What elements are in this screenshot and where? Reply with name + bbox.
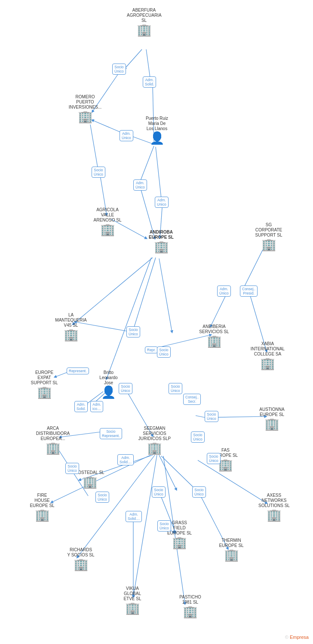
badge-adm-solid-1[interactable]: Adm.Solid.: [143, 76, 156, 88]
svg-line-6: [90, 125, 98, 170]
building-icon-pasticho: 🏢: [183, 606, 198, 618]
svg-line-31: [159, 455, 176, 489]
diagram-canvas: ABERFURA AGROPECUARIA SL 🏢 ROMEROPUERTOI…: [0, 0, 313, 644]
node-austionna[interactable]: AUSTIONNAEUROPE SL 🏢: [254, 407, 290, 430]
node-romero[interactable]: ROMEROPUERTOINVERSIONES... 🏢: [68, 94, 102, 123]
node-richards[interactable]: RICHARDSY SOCIOS SL 🏢: [64, 547, 98, 571]
badge-consej-presid[interactable]: Consej..Presid.: [240, 286, 258, 297]
building-icon-sg-corporate: 🏢: [261, 239, 276, 251]
badge-socio-unico-14[interactable]: SocioÚnico: [157, 520, 171, 532]
badge-adm-solid-2[interactable]: Adm.Solid.: [74, 401, 88, 412]
svg-line-0: [125, 49, 142, 69]
building-icon-romero: 🏢: [78, 111, 93, 123]
node-puerto-ruiz[interactable]: Puerto RuizMaria DeLos Llanos 👤: [138, 116, 176, 144]
building-icon-andiroba: 🏢: [154, 241, 169, 253]
connection-lines: [0, 0, 313, 644]
building-icon-thermin: 🏢: [224, 549, 239, 561]
badge-socio-unico-12[interactable]: SocioÚnico: [152, 486, 166, 498]
badge-socio-unico-10[interactable]: SocioÚnico: [207, 453, 221, 464]
node-xabia[interactable]: XABIAINTERNATIONALCOLLEGE SA 🏢: [247, 341, 288, 370]
badge-adm-unico-1[interactable]: Adm.Único: [120, 130, 133, 141]
person-icon-puerto-ruiz: 👤: [150, 132, 165, 144]
watermark: © Empresa: [285, 635, 309, 640]
building-icon-austionna: 🏢: [264, 418, 279, 430]
svg-line-8: [140, 146, 154, 182]
person-icon-britto: 👤: [101, 386, 116, 398]
node-arca[interactable]: ARCADISTRIBUIDORAEUROPEA... 🏢: [34, 426, 72, 454]
badge-adm-unico-2[interactable]: Adm.Único: [133, 179, 147, 191]
badge-adm-solid-3[interactable]: Adm.Solid....: [117, 454, 134, 465]
building-icon-jostedal: 🏢: [83, 476, 98, 488]
building-icon-agricola: 🏢: [100, 224, 115, 236]
building-icon-axess: 🏢: [267, 509, 282, 521]
node-seegman[interactable]: SEEGMANSERVICIOSJURIDICOS SLP 🏢: [134, 426, 175, 454]
svg-line-32: [161, 456, 196, 489]
building-icon-grass-field: 🏢: [172, 537, 187, 549]
watermark-brand: Empresa: [290, 635, 309, 640]
badge-represent-1[interactable]: Represent.: [67, 368, 89, 374]
building-icon-aneiberia: 🏢: [207, 335, 222, 347]
node-fire-house[interactable]: FIREHOUSEEUROPE SL 🏢: [25, 493, 59, 521]
node-pasticho[interactable]: PASTICHO1981 SL 🏢: [174, 595, 206, 618]
badge-socio-unico-13[interactable]: SocioÚnico: [192, 486, 206, 498]
badge-repr-1[interactable]: Repr.: [145, 346, 158, 353]
building-icon-fire-house: 🏢: [35, 509, 50, 521]
badge-socio-unico-7[interactable]: SocioÚnico: [205, 411, 218, 422]
badge-socio-unico-5[interactable]: SocioÚnico: [119, 383, 132, 394]
badge-socio-unico-1[interactable]: SocioÚnico: [112, 64, 126, 75]
badge-adm-unico-sg[interactable]: Adm.Único: [217, 286, 231, 297]
badge-socio-unico-2[interactable]: SocioÚnico: [92, 167, 105, 178]
svg-line-9: [156, 147, 161, 198]
building-icon-vikua: 🏢: [125, 602, 140, 614]
svg-line-17: [133, 258, 156, 330]
node-sg-corporate[interactable]: SGCORPORATESUPPORT SL 🏢: [249, 222, 288, 251]
building-icon-richards: 🏢: [74, 559, 89, 571]
building-icon-la-mantequeria: 🏢: [64, 329, 79, 341]
building-icon-seegman: 🏢: [147, 442, 162, 454]
building-icon-arca: 🏢: [46, 442, 61, 454]
badge-adm-unico-3[interactable]: Adm.Unico: [155, 197, 169, 208]
svg-line-30: [133, 455, 157, 597]
svg-line-18: [159, 258, 172, 332]
badge-adm-solid-4[interactable]: Adm.Solid....: [126, 511, 142, 522]
badge-socio-unico-6[interactable]: SocioÚnico: [169, 383, 182, 394]
svg-line-13: [242, 245, 265, 292]
node-axess[interactable]: AXESSNETWORKSSOLUTIONS SL 🏢: [254, 493, 295, 521]
svg-line-21: [107, 258, 151, 379]
node-la-mantequeria[interactable]: LAMANTEQUERIAV45 SL 🏢: [52, 313, 90, 341]
badge-socio-unico-8[interactable]: SocioÚnico: [191, 431, 205, 443]
building-icon-europe-expat: 🏢: [37, 386, 52, 398]
badge-socio-unico-9[interactable]: SocioÚnico: [65, 463, 79, 474]
badge-socio-unico-3[interactable]: SocioÚnico: [126, 326, 140, 337]
node-aneiberia[interactable]: ANEIBERIASERVICIOS SL 🏢: [195, 324, 233, 347]
node-vikua[interactable]: VIKUAGLOBALETVE SL 🏢: [115, 586, 150, 614]
building-icon-aberfura: 🏢: [137, 24, 152, 36]
node-aberfura[interactable]: ABERFURA AGROPECUARIA SL 🏢: [127, 8, 161, 36]
badge-socio-unico-4[interactable]: SocioÚnico: [157, 346, 171, 358]
node-andiroba[interactable]: ANDIROBAEUROPE SL 🏢: [142, 230, 181, 253]
node-thermin[interactable]: THERMINEUROPE SL 🏢: [214, 538, 249, 561]
badge-socio-unico-11[interactable]: SocioÚnico: [95, 492, 109, 503]
badge-socio-represent[interactable]: SocioRepresent.: [100, 428, 122, 439]
badge-adm-ico[interactable]: Adm.ico....: [90, 401, 103, 412]
building-icon-xabia: 🏢: [260, 358, 275, 370]
node-europe-expat[interactable]: EUROPEEXPATSUPPORT SL 🏢: [25, 370, 64, 398]
node-agricola[interactable]: AGRICOLAVALLEARENOSO SL 🏢: [90, 207, 125, 236]
badge-consej-secr[interactable]: Consej..Secr.: [183, 394, 201, 405]
